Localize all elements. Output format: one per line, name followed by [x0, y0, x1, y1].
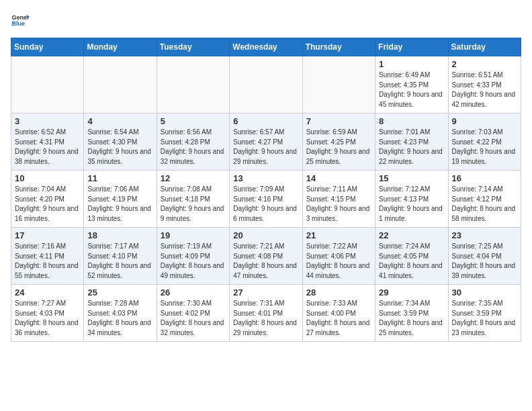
day-number: 27 — [233, 287, 298, 298]
day-info: Sunrise: 6:54 AM Sunset: 4:30 PM Dayligh… — [87, 128, 152, 167]
day-number: 2 — [452, 59, 517, 69]
day-number: 19 — [161, 230, 226, 240]
calendar-cell: 16Sunrise: 7:14 AM Sunset: 4:12 PM Dayli… — [448, 171, 521, 228]
day-info: Sunrise: 7:19 AM Sunset: 4:09 PM Dayligh… — [161, 242, 226, 281]
day-info: Sunrise: 7:31 AM Sunset: 4:01 PM Dayligh… — [233, 299, 298, 338]
day-info: Sunrise: 7:21 AM Sunset: 4:08 PM Dayligh… — [233, 242, 298, 281]
day-number: 8 — [379, 116, 444, 126]
calendar-table: SundayMondayTuesdayWednesdayThursdayFrid… — [11, 38, 521, 342]
day-number: 15 — [379, 173, 444, 183]
calendar-cell — [157, 56, 229, 113]
calendar-cell: 25Sunrise: 7:28 AM Sunset: 4:03 PM Dayli… — [84, 285, 157, 342]
day-info: Sunrise: 7:34 AM Sunset: 3:59 PM Dayligh… — [379, 299, 444, 338]
weekday-header-monday: Monday — [84, 38, 157, 56]
svg-text:Blue: Blue — [11, 20, 25, 27]
logo: General Blue — [11, 11, 30, 30]
calendar-cell: 8Sunrise: 7:01 AM Sunset: 4:23 PM Daylig… — [375, 113, 448, 171]
logo-icon: General Blue — [11, 11, 30, 30]
calendar-cell: 27Sunrise: 7:31 AM Sunset: 4:01 PM Dayli… — [230, 285, 302, 342]
weekday-header-wednesday: Wednesday — [230, 38, 302, 56]
weekday-header-sunday: Sunday — [11, 38, 84, 56]
calendar-cell: 2Sunrise: 6:51 AM Sunset: 4:33 PM Daylig… — [448, 56, 521, 113]
day-info: Sunrise: 7:06 AM Sunset: 4:19 PM Dayligh… — [87, 185, 152, 224]
calendar-week-1: 1Sunrise: 6:49 AM Sunset: 4:35 PM Daylig… — [11, 56, 521, 113]
day-info: Sunrise: 7:24 AM Sunset: 4:05 PM Dayligh… — [379, 242, 444, 281]
day-info: Sunrise: 7:04 AM Sunset: 4:20 PM Dayligh… — [15, 185, 80, 224]
calendar-cell — [11, 56, 84, 113]
calendar-cell: 26Sunrise: 7:30 AM Sunset: 4:02 PM Dayli… — [157, 285, 229, 342]
day-number: 28 — [306, 287, 371, 298]
calendar-cell: 14Sunrise: 7:11 AM Sunset: 4:15 PM Dayli… — [302, 171, 375, 228]
day-number: 17 — [15, 230, 80, 240]
calendar-cell: 19Sunrise: 7:19 AM Sunset: 4:09 PM Dayli… — [157, 228, 229, 285]
day-info: Sunrise: 7:14 AM Sunset: 4:12 PM Dayligh… — [452, 185, 517, 224]
calendar-cell — [84, 56, 157, 113]
calendar-week-4: 17Sunrise: 7:16 AM Sunset: 4:11 PM Dayli… — [11, 228, 521, 285]
day-number: 30 — [452, 287, 517, 298]
header: General Blue — [11, 11, 521, 30]
day-info: Sunrise: 7:01 AM Sunset: 4:23 PM Dayligh… — [379, 128, 444, 167]
day-info: Sunrise: 6:57 AM Sunset: 4:27 PM Dayligh… — [233, 128, 298, 167]
day-info: Sunrise: 7:17 AM Sunset: 4:10 PM Dayligh… — [87, 242, 152, 281]
day-number: 5 — [161, 116, 226, 126]
day-info: Sunrise: 6:59 AM Sunset: 4:25 PM Dayligh… — [306, 128, 371, 167]
day-number: 14 — [306, 173, 371, 183]
calendar-week-2: 3Sunrise: 6:52 AM Sunset: 4:31 PM Daylig… — [11, 113, 521, 171]
day-info: Sunrise: 7:09 AM Sunset: 4:16 PM Dayligh… — [233, 185, 298, 224]
day-info: Sunrise: 6:51 AM Sunset: 4:33 PM Dayligh… — [452, 71, 517, 109]
day-info: Sunrise: 6:56 AM Sunset: 4:28 PM Dayligh… — [161, 128, 226, 167]
day-number: 25 — [87, 287, 152, 298]
calendar-cell: 24Sunrise: 7:27 AM Sunset: 4:03 PM Dayli… — [11, 285, 84, 342]
calendar-cell: 3Sunrise: 6:52 AM Sunset: 4:31 PM Daylig… — [11, 113, 84, 171]
day-info: Sunrise: 7:03 AM Sunset: 4:22 PM Dayligh… — [452, 128, 517, 167]
calendar-cell: 7Sunrise: 6:59 AM Sunset: 4:25 PM Daylig… — [302, 113, 375, 171]
day-number: 18 — [87, 230, 152, 240]
calendar-week-5: 24Sunrise: 7:27 AM Sunset: 4:03 PM Dayli… — [11, 285, 521, 342]
weekday-header-row: SundayMondayTuesdayWednesdayThursdayFrid… — [11, 38, 521, 56]
day-number: 26 — [161, 287, 226, 298]
day-info: Sunrise: 7:11 AM Sunset: 4:15 PM Dayligh… — [306, 185, 371, 224]
day-info: Sunrise: 7:25 AM Sunset: 4:04 PM Dayligh… — [452, 242, 517, 281]
calendar-cell: 28Sunrise: 7:33 AM Sunset: 4:00 PM Dayli… — [302, 285, 375, 342]
day-number: 11 — [87, 173, 152, 183]
weekday-header-thursday: Thursday — [302, 38, 375, 56]
day-number: 4 — [87, 116, 152, 126]
calendar-cell — [302, 56, 375, 113]
day-number: 24 — [15, 287, 80, 298]
day-info: Sunrise: 7:16 AM Sunset: 4:11 PM Dayligh… — [15, 242, 80, 281]
calendar-week-3: 10Sunrise: 7:04 AM Sunset: 4:20 PM Dayli… — [11, 171, 521, 228]
calendar-cell: 9Sunrise: 7:03 AM Sunset: 4:22 PM Daylig… — [448, 113, 521, 171]
day-number: 10 — [15, 173, 80, 183]
day-info: Sunrise: 7:28 AM Sunset: 4:03 PM Dayligh… — [87, 299, 152, 338]
day-number: 20 — [233, 230, 298, 240]
weekday-header-tuesday: Tuesday — [157, 38, 229, 56]
calendar-cell: 23Sunrise: 7:25 AM Sunset: 4:04 PM Dayli… — [448, 228, 521, 285]
day-number: 13 — [233, 173, 298, 183]
day-info: Sunrise: 7:08 AM Sunset: 4:18 PM Dayligh… — [161, 185, 226, 224]
day-info: Sunrise: 7:22 AM Sunset: 4:06 PM Dayligh… — [306, 242, 371, 281]
calendar-cell: 12Sunrise: 7:08 AM Sunset: 4:18 PM Dayli… — [157, 171, 229, 228]
calendar-cell: 22Sunrise: 7:24 AM Sunset: 4:05 PM Dayli… — [375, 228, 448, 285]
day-number: 23 — [452, 230, 517, 240]
day-info: Sunrise: 7:12 AM Sunset: 4:13 PM Dayligh… — [379, 185, 444, 224]
day-number: 1 — [379, 59, 444, 69]
calendar-cell: 18Sunrise: 7:17 AM Sunset: 4:10 PM Dayli… — [84, 228, 157, 285]
day-number: 3 — [15, 116, 80, 126]
calendar-cell: 10Sunrise: 7:04 AM Sunset: 4:20 PM Dayli… — [11, 171, 84, 228]
day-info: Sunrise: 7:27 AM Sunset: 4:03 PM Dayligh… — [15, 299, 80, 338]
day-info: Sunrise: 7:33 AM Sunset: 4:00 PM Dayligh… — [306, 299, 371, 338]
calendar-cell: 11Sunrise: 7:06 AM Sunset: 4:19 PM Dayli… — [84, 171, 157, 228]
calendar-cell: 30Sunrise: 7:35 AM Sunset: 3:59 PM Dayli… — [448, 285, 521, 342]
day-number: 16 — [452, 173, 517, 183]
calendar-cell: 13Sunrise: 7:09 AM Sunset: 4:16 PM Dayli… — [230, 171, 302, 228]
calendar-cell: 5Sunrise: 6:56 AM Sunset: 4:28 PM Daylig… — [157, 113, 229, 171]
calendar-cell: 4Sunrise: 6:54 AM Sunset: 4:30 PM Daylig… — [84, 113, 157, 171]
calendar-cell: 21Sunrise: 7:22 AM Sunset: 4:06 PM Dayli… — [302, 228, 375, 285]
day-info: Sunrise: 6:49 AM Sunset: 4:35 PM Dayligh… — [379, 71, 444, 109]
calendar-cell: 15Sunrise: 7:12 AM Sunset: 4:13 PM Dayli… — [375, 171, 448, 228]
calendar-cell — [230, 56, 302, 113]
calendar-cell: 29Sunrise: 7:34 AM Sunset: 3:59 PM Dayli… — [375, 285, 448, 342]
day-number: 29 — [379, 287, 444, 298]
calendar-cell: 17Sunrise: 7:16 AM Sunset: 4:11 PM Dayli… — [11, 228, 84, 285]
day-number: 21 — [306, 230, 371, 240]
